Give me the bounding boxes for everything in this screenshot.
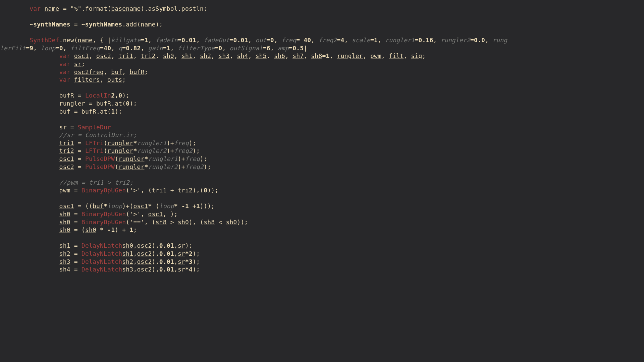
str-fmt: "%"	[70, 5, 82, 12]
SynthDef: SynthDef	[30, 37, 59, 44]
comment: //sr = ControlDur.ir;	[59, 131, 137, 138]
id-name: name	[44, 5, 59, 12]
synthNames: ~synthNames	[30, 21, 70, 28]
kw-var: var	[30, 5, 41, 12]
comment: //pwm = tri1 > tri2;	[59, 179, 133, 186]
code-block: var name = "%".format(basename).asSymbol…	[0, 0, 644, 274]
